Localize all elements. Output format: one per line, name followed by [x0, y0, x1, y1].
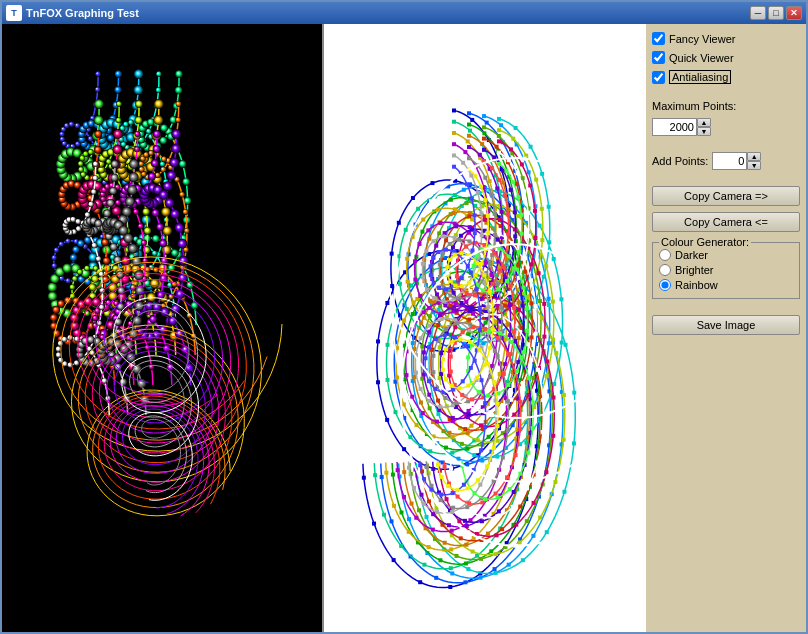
colour-generator-group: Colour Generator: Darker Brighter Rainbo…: [652, 242, 800, 299]
quick-viewer-label[interactable]: Quick Viewer: [669, 52, 734, 64]
main-window: T TnFOX Graphing Test ─ □ ✕ Fancy Viewer: [0, 0, 808, 634]
rainbow-label[interactable]: Rainbow: [675, 279, 718, 291]
title-bar: T TnFOX Graphing Test ─ □ ✕: [2, 2, 806, 24]
rainbow-row: Rainbow: [659, 279, 793, 291]
quick-viewer-canvas: [324, 24, 646, 632]
fancy-viewer-row: Fancy Viewer: [652, 32, 800, 45]
add-points-row: Add Points: ▲ ▼: [652, 152, 800, 170]
add-points-up-button[interactable]: ▲: [747, 152, 761, 161]
antialiasing-checkbox[interactable]: [652, 71, 665, 84]
app-icon: T: [6, 5, 22, 21]
darker-radio[interactable]: [659, 249, 671, 261]
add-points-spinner: ▲ ▼: [712, 152, 761, 170]
max-points-spinner-buttons: ▲ ▼: [697, 118, 711, 136]
fancy-viewer-label[interactable]: Fancy Viewer: [669, 33, 735, 45]
window-title: TnFOX Graphing Test: [26, 7, 139, 19]
content-area: Fancy Viewer Quick Viewer Antialiasing M…: [2, 24, 806, 632]
max-points-input[interactable]: [652, 118, 697, 136]
title-bar-left: T TnFOX Graphing Test: [6, 5, 139, 21]
max-points-input-row: ▲ ▼: [652, 118, 800, 136]
maximize-button[interactable]: □: [768, 6, 784, 20]
save-image-button[interactable]: Save Image: [652, 315, 800, 335]
max-points-row: Maximum Points:: [652, 100, 800, 112]
brighter-radio[interactable]: [659, 264, 671, 276]
minimize-button[interactable]: ─: [750, 6, 766, 20]
copy-camera-left-button[interactable]: Copy Camera <=: [652, 212, 800, 232]
copy-camera-right-button[interactable]: Copy Camera =>: [652, 186, 800, 206]
antialiasing-label[interactable]: Antialiasing: [669, 70, 731, 84]
add-points-spinner-buttons: ▲ ▼: [747, 152, 761, 170]
fancy-viewer-checkbox[interactable]: [652, 32, 665, 45]
fancy-viewer-panel[interactable]: [2, 24, 322, 632]
add-points-label: Add Points:: [652, 155, 708, 167]
antialiasing-row: Antialiasing: [652, 70, 800, 84]
rainbow-radio[interactable]: [659, 279, 671, 291]
colour-generator-label: Colour Generator:: [659, 236, 751, 248]
quick-viewer-row: Quick Viewer: [652, 51, 800, 64]
max-points-spinner: ▲ ▼: [652, 118, 711, 136]
quick-viewer-checkbox[interactable]: [652, 51, 665, 64]
darker-label[interactable]: Darker: [675, 249, 708, 261]
add-points-input[interactable]: [712, 152, 747, 170]
max-points-label: Maximum Points:: [652, 100, 736, 112]
quick-viewer-panel[interactable]: [324, 24, 646, 632]
brighter-row: Brighter: [659, 264, 793, 276]
controls-panel: Fancy Viewer Quick Viewer Antialiasing M…: [646, 24, 806, 632]
darker-row: Darker: [659, 249, 793, 261]
title-bar-buttons: ─ □ ✕: [750, 6, 802, 20]
close-button[interactable]: ✕: [786, 6, 802, 20]
fancy-viewer-canvas: [2, 24, 322, 632]
max-points-up-button[interactable]: ▲: [697, 118, 711, 127]
max-points-down-button[interactable]: ▼: [697, 127, 711, 136]
add-points-down-button[interactable]: ▼: [747, 161, 761, 170]
brighter-label[interactable]: Brighter: [675, 264, 714, 276]
